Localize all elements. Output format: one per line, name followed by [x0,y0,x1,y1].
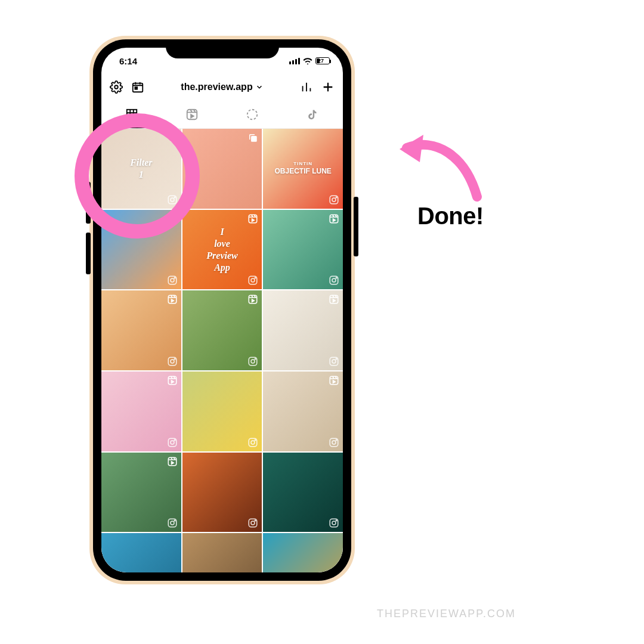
post-item[interactable] [263,290,343,370]
svg-point-48 [171,521,174,525]
instagram-badge-icon [247,518,258,528]
post-item[interactable] [263,210,343,290]
reel-badge-icon [329,375,339,386]
instagram-badge-icon [329,437,339,448]
username-dropdown[interactable]: the.preview.app [181,82,263,92]
svg-point-30 [255,358,256,360]
done-label: Done! [417,203,484,230]
svg-rect-15 [249,215,258,223]
phone-notch [166,39,279,58]
svg-point-8 [174,197,175,198]
instagram-badge-icon [329,518,339,528]
post-item[interactable] [182,371,262,451]
tab-reels[interactable] [162,100,222,128]
svg-point-52 [255,520,256,521]
svg-point-21 [332,278,336,282]
svg-point-26 [174,358,175,360]
instagram-badge-icon [247,356,258,367]
grid-icon [125,108,138,121]
reels-icon [185,108,199,121]
instagram-badge-icon [167,194,178,205]
instagram-badge-icon [167,356,178,367]
post-item[interactable] [263,371,343,451]
post-item[interactable] [182,453,262,532]
feed-grid[interactable]: Filter1TINTINOBJECTIF LUNEIlovePreviewAp… [101,129,343,572]
phone-screen: 6:14 27 [101,48,343,572]
post-image [101,533,181,572]
reel-badge-icon [167,456,178,467]
svg-rect-42 [330,376,338,385]
wifi-icon [303,57,312,64]
post-item[interactable] [101,453,181,532]
svg-rect-2 [135,87,137,89]
svg-point-25 [171,360,174,363]
watermark: THEPREVIEWAPP.COM [377,608,516,620]
svg-point-13 [171,278,174,282]
stats-icon[interactable] [300,80,313,94]
post-item[interactable] [101,210,181,290]
phone-silence-switch [86,143,91,164]
battery-pct: 27 [318,58,324,64]
tab-grid[interactable] [101,100,162,128]
post-item[interactable] [101,533,181,572]
phone-volume-up [86,182,91,224]
post-item[interactable] [182,290,262,370]
post-item[interactable]: IlovePreviewApp [182,210,262,290]
post-item[interactable]: Filter1 [101,129,181,209]
status-right: 27 [289,57,330,64]
calendar-icon[interactable] [131,80,144,94]
instagram-badge-icon [167,518,178,528]
post-item[interactable] [263,453,343,532]
post-item[interactable] [101,371,181,451]
stories-circle-icon [246,108,259,121]
post-item[interactable] [101,290,181,370]
username-label: the.preview.app [181,82,252,92]
reel-badge-icon [329,294,339,305]
svg-rect-27 [249,296,258,304]
instagram-badge-icon [167,437,178,448]
svg-point-44 [332,441,336,444]
phone-power-button [354,197,358,256]
plus-icon[interactable] [321,80,335,94]
svg-rect-31 [330,296,338,304]
gear-icon[interactable] [110,80,123,94]
post-item[interactable] [182,533,262,572]
app-header: the.preview.app [101,74,343,100]
svg-point-41 [255,439,256,441]
svg-point-7 [171,198,174,202]
svg-point-14 [174,277,175,278]
post-item[interactable] [263,533,343,572]
svg-point-33 [332,360,336,363]
feed-tabs [101,100,343,129]
svg-rect-23 [168,296,177,304]
svg-rect-4 [187,109,197,119]
carousel-badge-icon [167,132,178,143]
svg-rect-46 [168,457,177,466]
svg-point-5 [247,109,258,119]
arrow-annotation [394,119,489,209]
svg-point-29 [251,360,255,363]
reel-badge-icon [247,213,258,224]
post-item[interactable]: TINTINOBJECTIF LUNE [263,129,343,209]
instagram-badge-icon [329,275,339,286]
instagram-badge-icon [329,194,339,205]
reel-badge-icon [167,375,178,386]
status-time: 6:14 [119,56,137,66]
tab-stories[interactable] [222,100,283,128]
instagram-badge-icon [247,437,258,448]
chevron-down-icon [255,83,264,91]
svg-point-34 [336,358,337,360]
svg-point-38 [174,439,175,441]
svg-point-17 [251,278,255,282]
reel-badge-icon [329,213,339,224]
post-item[interactable] [182,129,262,209]
svg-point-11 [336,197,337,198]
svg-rect-3 [126,109,137,119]
instagram-badge-icon [167,275,178,286]
svg-point-40 [251,441,255,444]
svg-point-51 [251,521,255,525]
tab-tiktok[interactable] [283,100,343,128]
svg-point-45 [336,439,337,441]
svg-rect-35 [168,376,177,385]
signal-icon [289,58,300,64]
